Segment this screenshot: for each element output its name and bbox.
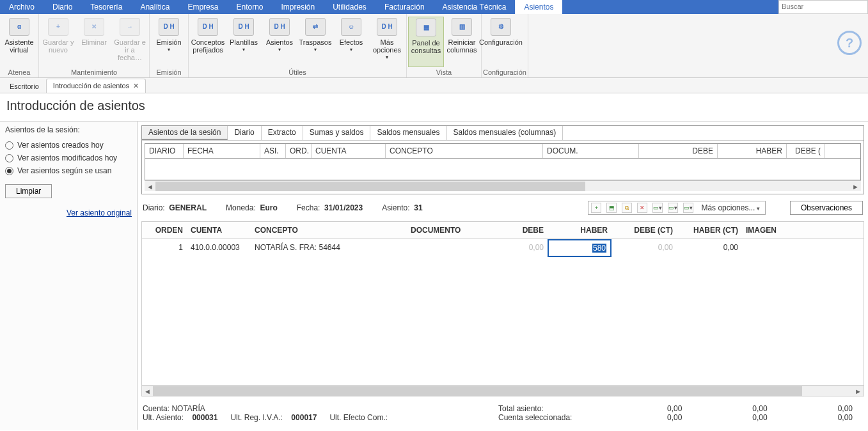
query-col-header[interactable]: DIARIO <box>145 144 184 158</box>
session-filter-1[interactable]: Ver asientos modificados hoy <box>5 153 132 162</box>
close-icon[interactable]: ✕ <box>133 82 139 90</box>
menu-entorno[interactable]: Entorno <box>227 0 272 14</box>
query-tab-0[interactable]: Asientos de la sesión <box>142 126 228 140</box>
ribbon-reinc[interactable]: ▥Reiniciar columnas <box>444 17 480 67</box>
doc-tab[interactable]: Introducción de asientos✕ <box>46 79 146 93</box>
ribbon-conf[interactable]: ⚙Configuración <box>483 17 519 67</box>
entry-grid-header: ORDEN CUENTA CONCEPTO DOCUMENTO DEBE HAB… <box>142 222 864 239</box>
ribbon-gfecha: →Guardar e ir a fecha… <box>112 17 148 67</box>
session-filter-2[interactable]: Ver asientos según se usan <box>5 166 132 175</box>
delete-line-icon[interactable]: ✕ <box>637 203 647 213</box>
entry-grid: ORDEN CUENTA CONCEPTO DOCUMENTO DEBE HAB… <box>141 221 864 396</box>
menu-asientos[interactable]: Asientos <box>515 0 562 14</box>
query-col-header[interactable]: CONCEPTO <box>386 144 543 158</box>
menu-asistencia técnica[interactable]: Asistencia Técnica <box>434 0 516 14</box>
query-tab-5[interactable]: Saldos mensuales (columnas) <box>447 126 564 140</box>
menu-empresa[interactable]: Empresa <box>178 0 227 14</box>
ribbon-plant[interactable]: D HPlantillas▾ <box>226 17 262 67</box>
sidebar: Asientos de la sesión: Ver asientos crea… <box>0 121 138 430</box>
document-tabs: EscritorioIntroducción de asientos✕ <box>0 78 868 93</box>
insert-line-icon[interactable]: ⬒ <box>606 203 617 213</box>
query-tab-2[interactable]: Extracto <box>262 126 303 140</box>
ribbon-conc[interactable]: D HConceptos prefijados <box>190 17 226 67</box>
menu-utilidades[interactable]: Utilidades <box>324 0 375 14</box>
menubar: ArchivoDiarioTesoreríaAnalíticaEmpresaEn… <box>0 0 868 14</box>
query-col-header[interactable]: HABER <box>718 144 787 158</box>
ribbon-gnuevo: +Guardar y nuevo <box>40 17 76 67</box>
sidebar-title: Asientos de la sesión: <box>5 125 132 134</box>
entry-toolbar: + ⬒ ⧉ ✕ ▭ ▭ ▭ Más opciones... <box>588 201 766 215</box>
doc-tab[interactable]: Escritorio <box>3 79 46 93</box>
query-tab-3[interactable]: Sumas y saldos <box>303 126 371 140</box>
menu-facturación[interactable]: Facturación <box>375 0 434 14</box>
more2-icon[interactable]: ▭ <box>668 203 678 213</box>
menu-analítica[interactable]: Analítica <box>131 0 178 14</box>
query-col-header[interactable]: ORD. <box>286 144 312 158</box>
ribbon-asien[interactable]: D HAsientos▾ <box>262 17 297 67</box>
haber-input[interactable]: 580 <box>548 239 612 257</box>
query-tab-1[interactable]: Diario <box>228 126 261 140</box>
ribbon-emis[interactable]: D HEmisión▾ <box>151 17 187 67</box>
ribbon-elim: ✕Eliminar <box>76 17 112 67</box>
menu-impresión[interactable]: Impresión <box>272 0 324 14</box>
query-col-header[interactable]: ASI. <box>260 144 286 158</box>
query-col-header[interactable]: DEBE <box>639 144 718 158</box>
query-grid-body <box>145 159 861 180</box>
ribbon-tras[interactable]: ⇄Traspasos▾ <box>297 17 333 67</box>
new-line-icon[interactable]: + <box>591 203 601 213</box>
ribbon-panel[interactable]: ▦Panel de consultas <box>408 17 444 67</box>
ribbon-asistente[interactable]: αAsistente virtual <box>1 17 37 67</box>
query-col-header[interactable]: FECHA <box>184 144 260 158</box>
page-title: Introducción de asientos <box>0 93 868 121</box>
query-col-header[interactable]: DEBE ( <box>787 144 825 158</box>
query-grid-header: DIARIOFECHAASI.ORD.CUENTACONCEPTODOCUM.D… <box>145 143 861 159</box>
entry-scrollbar[interactable]: ◄ ► <box>142 385 864 396</box>
more1-icon[interactable]: ▭ <box>652 203 663 213</box>
query-col-header[interactable]: CUENTA <box>312 144 386 158</box>
session-filter-0[interactable]: Ver asientos creados hoy <box>5 141 132 150</box>
menu-tesorería[interactable]: Tesorería <box>81 0 131 14</box>
menu-diario[interactable]: Diario <box>43 0 81 14</box>
menu-archivo[interactable]: Archivo <box>0 0 43 14</box>
query-scrollbar[interactable]: ◄ ► <box>145 180 861 191</box>
more-options-button[interactable]: Más opciones... <box>698 203 762 212</box>
more3-icon[interactable]: ▭ <box>683 203 693 213</box>
search-input[interactable] <box>779 1 867 12</box>
clear-button[interactable]: Limpiar <box>5 184 52 198</box>
ribbon-mas[interactable]: D HMás opciones▾ <box>369 17 405 67</box>
query-tab-4[interactable]: Saldos mensuales <box>370 126 446 140</box>
observations-button[interactable]: Observaciones <box>790 201 863 215</box>
ribbon-efec[interactable]: ☺Efectos▾ <box>333 17 369 67</box>
search-box <box>778 0 868 14</box>
view-original-link[interactable]: Ver asiento original <box>5 208 132 217</box>
table-row[interactable]: 1 410.0.0.00003 NOTARÍA S. FRA: 54644 0,… <box>142 239 864 257</box>
dup-line-icon[interactable]: ⧉ <box>622 203 632 213</box>
help-icon[interactable]: ? <box>837 31 862 55</box>
query-col-header[interactable]: DOCUM. <box>543 144 639 158</box>
entry-info-row: Diario: GENERAL Moneda: Euro Fecha: 31/0… <box>141 198 864 217</box>
query-panel: Asientos de la sesiónDiarioExtractoSumas… <box>141 125 864 194</box>
ribbon: αAsistente virtualAtenea+Guardar y nuevo… <box>0 14 868 78</box>
footer: Cuenta: NOTARÍA Ult. Asiento: 000031 Ult… <box>141 400 864 426</box>
